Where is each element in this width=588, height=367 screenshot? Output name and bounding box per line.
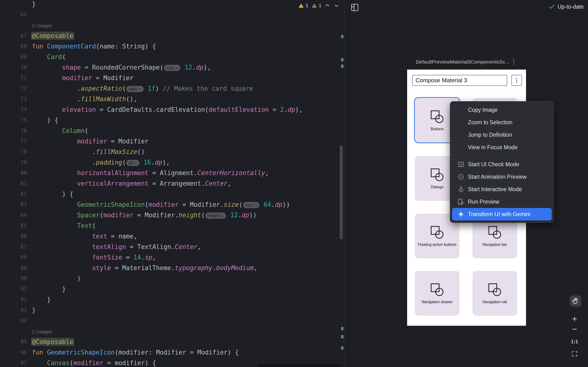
code-line[interactable]: 66 (0, 9, 344, 20)
code-text: Text( (32, 220, 96, 231)
line-number[interactable]: 88 (0, 252, 27, 263)
zoom-actual-size[interactable]: 1:1 (569, 336, 580, 347)
line-number[interactable]: 90 (0, 273, 27, 284)
menu-item-jump-to-definition[interactable]: Jump to Definition (450, 129, 554, 141)
line-number[interactable]: 78 (0, 147, 27, 157)
code-line[interactable]: 85 Text( (0, 220, 344, 231)
line-number[interactable]: 87 (0, 242, 27, 252)
line-number[interactable]: 96 (0, 347, 27, 358)
line-number[interactable]: 72 (0, 83, 27, 94)
preview-app-kebab-icon[interactable] (511, 75, 522, 86)
menu-item-view-in-focus-mode[interactable]: View in Focus Mode (450, 141, 554, 153)
code-line[interactable]: 93} (0, 305, 344, 316)
code-line[interactable]: 80 horizontalAlignment = Alignment.Cente… (0, 168, 344, 178)
code-line[interactable]: 77 modifier = Modifier (0, 136, 344, 147)
line-number[interactable]: 81 (0, 178, 27, 189)
preview-card-navigation-drawer[interactable]: Navigation drawer (415, 271, 459, 315)
menu-item-start-interactive-mode[interactable]: Start Interactive Mode (450, 183, 554, 195)
zoom-in-icon[interactable]: + (569, 314, 580, 324)
line-number[interactable]: 70 (0, 62, 27, 73)
menu-item-copy-image[interactable]: Copy Image (450, 104, 554, 116)
code-line[interactable]: 75 ) { (0, 115, 344, 125)
line-number[interactable]: 94 (0, 316, 27, 326)
editor-vertical-scrollbar[interactable] (340, 145, 343, 239)
line-number[interactable]: 82 (0, 189, 27, 199)
preview-app-title-field[interactable]: Compose Material 3 (412, 75, 507, 86)
menu-item-start-animation-preview[interactable]: Start Animation Preview (450, 171, 554, 183)
code-line[interactable]: } (0, 0, 344, 9)
code-line[interactable]: 96fun GeometricShapeIcon(modifier: Modif… (0, 347, 344, 358)
line-number[interactable]: 93 (0, 305, 27, 316)
code-line[interactable]: 90 ) (0, 273, 344, 284)
line-number[interactable]: 79 (0, 157, 27, 168)
code-line[interactable]: 81 verticalArrangement = Arrangement.Cen… (0, 178, 344, 189)
preview-layout-icon[interactable] (350, 3, 359, 12)
usages-hint-row[interactable]: 2 Usages (0, 326, 344, 336)
code-line[interactable]: 68fun ComponentCard(name: String) { (0, 41, 344, 51)
line-number[interactable]: 89 (0, 263, 27, 273)
weak-warning-icon[interactable]: 1 (311, 3, 322, 8)
code-line[interactable]: 91 } (0, 284, 344, 294)
code-line[interactable]: 69 Card( (0, 51, 344, 62)
line-number[interactable]: 86 (0, 231, 27, 242)
line-number[interactable]: 69 (0, 51, 27, 62)
code-line[interactable]: 76 Column( (0, 125, 344, 136)
code-line[interactable]: 70 shape = RoundedCornerShape(size = 12.… (0, 62, 344, 73)
code-line[interactable]: 84 Spacer(modifier = Modifier.height(hei… (0, 210, 344, 220)
line-number[interactable]: 74 (0, 104, 27, 115)
code-line[interactable]: 95@Composable (0, 336, 344, 347)
code-line[interactable]: 74 elevation = CardDefaults.cardElevatio… (0, 104, 344, 115)
code-line[interactable]: 79 .padding(all = 16.dp), (0, 157, 344, 168)
line-number[interactable]: 85 (0, 220, 27, 231)
preview-card-navigation-rail[interactable]: Navigation rail (473, 271, 517, 315)
menu-item-transform-ui-with-gemini[interactable]: Transform UI with Gemini (452, 208, 552, 220)
menu-item-start-ui-check-mode[interactable]: Start UI Check Mode (450, 158, 554, 171)
code-text: ) (32, 273, 81, 284)
fit-to-window-icon[interactable] (569, 349, 580, 359)
line-number[interactable]: 97 (0, 358, 27, 367)
code-line[interactable]: 83 GeometricShapeIcon(modifier = Modifie… (0, 199, 344, 210)
code-line[interactable]: 92 } (0, 294, 344, 305)
previous-issue-chevron-up-icon[interactable] (324, 2, 330, 9)
code-line[interactable]: 78 .fillMaxSize() (0, 147, 344, 157)
line-number[interactable]: 67 (0, 31, 27, 41)
line-number[interactable]: 71 (0, 73, 27, 83)
line-number[interactable] (0, 326, 27, 336)
code-line[interactable]: 88 fontSize = 14.sp, (0, 252, 344, 263)
menu-item-zoom-to-selection[interactable]: Zoom to Selection (450, 116, 554, 129)
usages-hint-row[interactable]: 2 Usages (0, 20, 344, 31)
line-number[interactable]: 68 (0, 41, 27, 51)
line-number[interactable] (0, 0, 27, 9)
pan-tool-button[interactable] (570, 296, 581, 307)
line-number[interactable]: 66 (0, 9, 27, 20)
line-number[interactable]: 80 (0, 168, 27, 178)
code-line[interactable]: 67@Composable (0, 31, 344, 41)
code-line[interactable]: 86 text = name, (0, 231, 344, 242)
zoom-out-icon[interactable]: − (569, 324, 580, 334)
code-line[interactable]: 73 .fillMaxWidth(), (0, 94, 344, 104)
code-line[interactable]: 82 ) { (0, 189, 344, 199)
line-number[interactable]: 73 (0, 94, 27, 104)
code-line[interactable]: 72 .aspectRatio(ratio = 1f) // Makes the… (0, 83, 344, 94)
line-number[interactable]: 95 (0, 336, 27, 347)
next-issue-chevron-down-icon[interactable] (333, 2, 340, 9)
usages-hint[interactable]: 2 Usages (32, 329, 52, 334)
code-line[interactable]: 94 (0, 316, 344, 326)
preview-kebab-menu-icon[interactable] (510, 58, 517, 66)
line-number[interactable]: 91 (0, 284, 27, 294)
line-number[interactable]: 83 (0, 199, 27, 210)
menu-item-run-preview[interactable]: Run Preview (450, 195, 554, 208)
line-number[interactable]: 77 (0, 136, 27, 147)
code-line[interactable]: 89 style = MaterialTheme.typography.body… (0, 263, 344, 273)
editor-horizontal-scrollbar[interactable] (258, 364, 340, 367)
code-line[interactable]: 87 textAlign = TextAlign.Center, (0, 242, 344, 252)
line-number[interactable]: 75 (0, 115, 27, 125)
code-line[interactable]: 71 modifier = Modifier (0, 73, 344, 83)
line-number[interactable]: 84 (0, 210, 27, 220)
line-number[interactable] (0, 20, 27, 31)
line-number[interactable]: 76 (0, 125, 27, 136)
code-editor-pane[interactable]: }662 Usages67@Composable68fun ComponentC… (0, 0, 345, 367)
line-number[interactable]: 92 (0, 294, 27, 305)
warning-icon[interactable]: 1 (298, 3, 308, 8)
usages-hint[interactable]: 2 Usages (32, 23, 52, 28)
